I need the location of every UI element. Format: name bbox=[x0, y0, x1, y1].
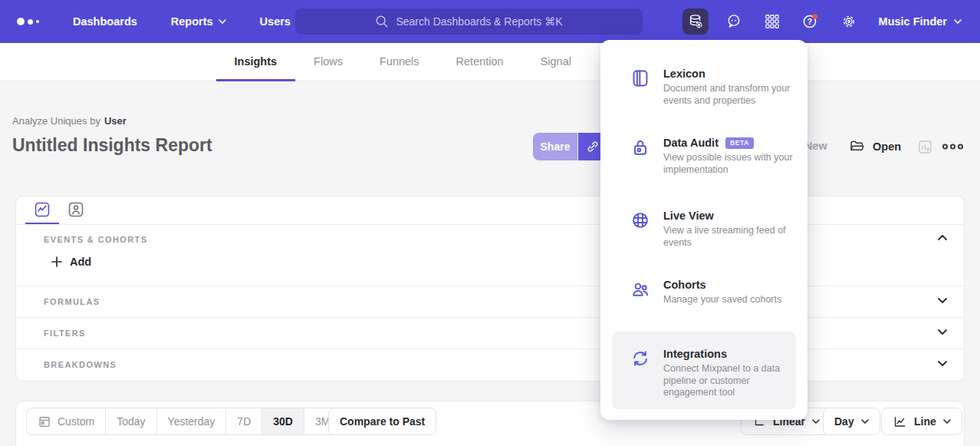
nav-users[interactable]: Users bbox=[260, 15, 291, 28]
add-event-button[interactable]: Add bbox=[51, 256, 91, 268]
menu-item-cohorts[interactable]: Cohorts Manage your saved cohorts bbox=[600, 279, 807, 306]
chevron-down-icon bbox=[812, 419, 820, 424]
menu-item-live-view[interactable]: Live View View a live streaming feed of … bbox=[600, 210, 807, 249]
section-label: FILTERS bbox=[44, 329, 86, 338]
more-dots-icon bbox=[942, 143, 964, 150]
section-label: EVENTS & COHORTS bbox=[44, 235, 147, 244]
chart-type-select-button[interactable]: Line bbox=[881, 408, 962, 435]
people-icon bbox=[630, 279, 650, 306]
expand-section-button[interactable] bbox=[938, 298, 947, 303]
calendar-icon bbox=[38, 415, 51, 428]
lock-icon bbox=[630, 137, 650, 176]
topbar-icon-group: ? Music Finder bbox=[682, 0, 980, 43]
menu-item-description: Connect Mixpanel to a data pipeline or c… bbox=[663, 363, 800, 399]
nav-reports[interactable]: Reports bbox=[171, 15, 226, 28]
chevron-down-icon bbox=[943, 419, 951, 424]
menu-item-data-audit[interactable]: Data Audit BETA View possible issues wit… bbox=[600, 137, 807, 176]
section-events-cohorts: EVENTS & COHORTS Add bbox=[16, 225, 964, 286]
menu-item-description: Manage your saved cohorts bbox=[663, 294, 800, 306]
settings-gear-icon bbox=[840, 13, 857, 30]
date-range-today[interactable]: Today bbox=[105, 408, 156, 434]
section-filters: FILTERS bbox=[16, 318, 964, 349]
plus-icon bbox=[51, 256, 62, 267]
menu-item-title: Cohorts bbox=[663, 279, 800, 291]
help-button[interactable]: ? bbox=[797, 8, 824, 35]
nav-dashboards[interactable]: Dashboards bbox=[73, 15, 137, 28]
notification-dot bbox=[812, 14, 817, 19]
person-tab-icon bbox=[67, 201, 84, 218]
chevron-down-icon bbox=[938, 329, 947, 335]
chevron-down-icon bbox=[219, 19, 226, 24]
chart-add-icon bbox=[917, 139, 933, 155]
section-breakdowns: BREAKDOWNS bbox=[16, 349, 964, 381]
date-range-custom[interactable]: Custom bbox=[27, 408, 105, 434]
settings-button[interactable] bbox=[836, 8, 862, 35]
compare-to-past-button[interactable]: Compare to Past bbox=[328, 408, 436, 435]
menu-item-title: Integrations bbox=[663, 348, 800, 360]
menu-item-integrations[interactable]: Integrations Connect Mixpanel to a data … bbox=[600, 348, 807, 399]
expand-section-button[interactable] bbox=[938, 329, 947, 335]
tab-retention[interactable]: Retention bbox=[438, 43, 522, 81]
search-input[interactable]: Search Dashboards & Reports ⌘K bbox=[295, 8, 643, 35]
report-type-tabbar: Insights Flows Funnels Retention Signal … bbox=[0, 43, 980, 81]
menu-item-title: Data Audit BETA bbox=[663, 137, 800, 149]
feedback-button[interactable] bbox=[721, 8, 747, 35]
query-builder-panel: EVENTS & COHORTS Add FORMULAS FILTERS BR… bbox=[15, 196, 965, 382]
svg-text:?: ? bbox=[807, 17, 811, 26]
date-range-yesterday[interactable]: Yesterday bbox=[156, 408, 226, 434]
top-navigation-bar: Dashboards Reports Users Search Dashboar… bbox=[0, 0, 980, 43]
date-range-30d[interactable]: 30D bbox=[261, 408, 304, 434]
apps-grid-button[interactable] bbox=[759, 8, 785, 35]
beta-badge: BETA bbox=[725, 137, 754, 149]
tab-signal[interactable]: Signal bbox=[522, 43, 590, 81]
tab-insights[interactable]: Insights bbox=[216, 43, 296, 81]
chevron-down-icon bbox=[938, 298, 947, 303]
granularity-select-button[interactable]: Day bbox=[823, 408, 880, 435]
new-report-button[interactable]: New bbox=[804, 140, 827, 152]
query-builder-tabs bbox=[16, 197, 964, 225]
chevron-up-icon bbox=[938, 235, 947, 240]
line-chart-icon bbox=[893, 415, 907, 429]
analysis-entity[interactable]: User bbox=[104, 115, 127, 127]
help-icon: ? bbox=[801, 12, 820, 31]
link-icon bbox=[585, 139, 600, 154]
search-placeholder: Search Dashboards & Reports ⌘K bbox=[396, 15, 562, 28]
section-label: FORMULAS bbox=[44, 297, 100, 306]
data-management-menu: Lexicon Document and transform your even… bbox=[600, 40, 807, 420]
sync-icon bbox=[630, 348, 650, 399]
data-management-button[interactable] bbox=[682, 8, 709, 35]
open-report-button[interactable]: Open bbox=[849, 138, 901, 154]
chevron-down-icon bbox=[861, 419, 869, 424]
workspace-selector[interactable]: Music Finder bbox=[879, 15, 962, 28]
menu-item-description: View a live streaming feed of events bbox=[663, 225, 800, 249]
metrics-chart-tab[interactable] bbox=[25, 197, 59, 224]
apps-grid-icon bbox=[764, 13, 781, 30]
chart-controls-bar: Custom Today Yesterday 7D 30D 3M 6M 12M … bbox=[15, 401, 965, 446]
chevron-down-icon bbox=[954, 19, 962, 24]
share-button[interactable]: Share bbox=[533, 133, 577, 160]
date-range-7d[interactable]: 7D bbox=[225, 408, 261, 434]
add-to-dashboard-button[interactable] bbox=[917, 139, 933, 155]
section-formulas: FORMULAS bbox=[16, 286, 964, 318]
globe-icon bbox=[630, 210, 650, 249]
feedback-bubble-icon bbox=[725, 13, 742, 30]
menu-item-title: Live View bbox=[663, 210, 800, 222]
report-subtitle: Analyze Uniques byUser bbox=[12, 115, 127, 127]
tab-funnels[interactable]: Funnels bbox=[361, 43, 438, 81]
chart-tab-icon bbox=[34, 201, 51, 218]
data-management-icon bbox=[687, 13, 704, 30]
mixpanel-logo-icon[interactable] bbox=[17, 18, 39, 25]
menu-item-description: Document and transform your events and p… bbox=[663, 83, 800, 107]
primary-nav: Dashboards Reports Users bbox=[73, 15, 291, 28]
expand-section-button[interactable] bbox=[938, 361, 947, 366]
tab-flows[interactable]: Flows bbox=[295, 43, 361, 81]
menu-item-lexicon[interactable]: Lexicon Document and transform your even… bbox=[600, 68, 807, 107]
more-options-button[interactable] bbox=[942, 143, 964, 150]
profiles-tab[interactable] bbox=[59, 197, 93, 224]
section-label: BREAKDOWNS bbox=[44, 360, 117, 369]
menu-item-title: Lexicon bbox=[663, 68, 800, 80]
menu-item-description: View possible issues with your implement… bbox=[663, 152, 800, 176]
collapse-section-button[interactable] bbox=[938, 235, 947, 240]
page-title[interactable]: Untitled Insights Report bbox=[12, 135, 212, 156]
search-icon bbox=[375, 15, 389, 28]
